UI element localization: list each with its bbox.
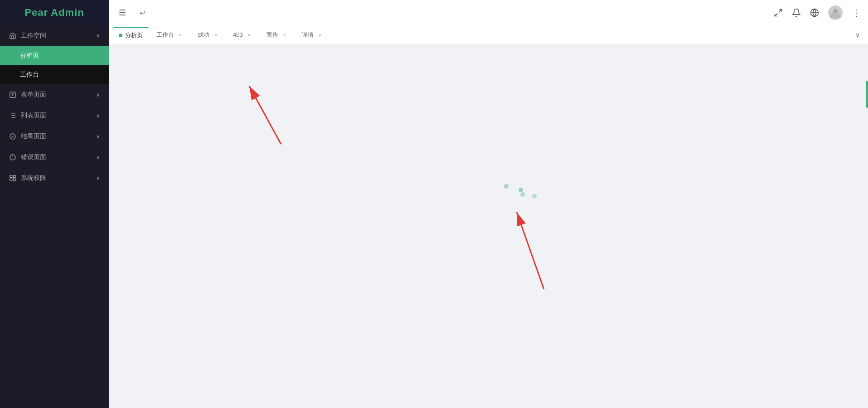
header-toolbar: ☰ ↩: [109, 0, 766, 25]
annotation-arrows: [109, 44, 868, 408]
tab-dot-analysis: [119, 34, 122, 37]
svg-rect-19: [10, 175, 12, 178]
main-layout: 工作空间 ∧ 分析页 工作台 表单页面 ∨: [0, 25, 868, 408]
error-chevron: ∨: [96, 155, 100, 160]
workspace-label: 工作空间: [21, 32, 46, 40]
svg-rect-21: [13, 179, 15, 181]
fullscreen-icon[interactable]: [774, 8, 783, 17]
tab-success[interactable]: 成功 ×: [191, 27, 226, 43]
sidebar: 工作空间 ∧ 分析页 工作台 表单页面 ∨: [0, 25, 109, 408]
tab-close-success[interactable]: ×: [212, 31, 219, 39]
tab-bar: 分析页 工作台 × 成功 × 403 × 警告 ×: [109, 25, 868, 44]
tab-close-detail[interactable]: ×: [316, 31, 324, 39]
sidebar-group-workspace[interactable]: 工作空间 ∧: [0, 25, 109, 46]
avatar[interactable]: [828, 5, 843, 20]
back-button[interactable]: ↩: [134, 5, 150, 21]
sidebar-item-analysis[interactable]: 分析页: [0, 46, 109, 65]
workspace-chevron: ∧: [96, 33, 100, 39]
tab-403[interactable]: 403 ×: [227, 27, 259, 43]
form-icon: [9, 91, 16, 98]
tab-close-403[interactable]: ×: [246, 31, 253, 39]
loading-indicator: [508, 189, 534, 194]
header-right: ⋮: [766, 0, 868, 25]
loading-dot-2: [519, 188, 523, 192]
logo-area: Pear Admin: [0, 0, 109, 25]
result-chevron: ∨: [96, 134, 100, 140]
globe-icon[interactable]: [810, 8, 819, 17]
tab-analysis[interactable]: 分析页: [112, 27, 149, 43]
svg-rect-22: [10, 179, 12, 181]
more-options-icon[interactable]: ⋮: [852, 7, 861, 18]
notification-icon[interactable]: [792, 8, 801, 17]
sidebar-item-workbench[interactable]: 工作台: [0, 65, 109, 84]
error-icon: [9, 154, 16, 161]
tab-dropdown-button[interactable]: ∨: [851, 31, 864, 39]
form-chevron: ∨: [96, 92, 100, 98]
list-chevron: ∨: [96, 113, 100, 119]
svg-line-0: [779, 10, 782, 12]
sidebar-group-result[interactable]: 结果页面 ∨: [0, 126, 109, 147]
menu-toggle-button[interactable]: ☰: [114, 5, 131, 21]
system-chevron: ∨: [96, 175, 100, 181]
svg-line-26: [517, 212, 544, 289]
tab-detail[interactable]: 详情 ×: [296, 27, 330, 43]
sidebar-group-error[interactable]: 错误页面 ∨: [0, 147, 109, 168]
tab-close-workbench[interactable]: ×: [177, 31, 184, 39]
tab-workbench[interactable]: 工作台 ×: [150, 27, 190, 43]
loading-dot-1: [504, 184, 509, 189]
page-content: [109, 44, 868, 408]
sidebar-group-system[interactable]: 系统权限 ∨: [0, 168, 109, 189]
loading-dot-3: [520, 192, 525, 197]
svg-line-1: [775, 14, 778, 16]
tab-close-warning[interactable]: ×: [281, 31, 288, 39]
system-icon: [9, 175, 16, 182]
content-area: 分析页 工作台 × 成功 × 403 × 警告 ×: [109, 25, 868, 408]
scrollbar-indicator[interactable]: [866, 81, 868, 108]
svg-rect-20: [13, 175, 15, 178]
svg-line-25: [249, 86, 281, 144]
home-icon: [9, 32, 16, 39]
app-title: Pear Admin: [24, 7, 84, 19]
list-icon: [9, 112, 16, 119]
sidebar-group-list[interactable]: 列表页面 ∨: [0, 105, 109, 126]
loading-dot-4: [532, 194, 537, 199]
result-icon: [9, 133, 16, 140]
sidebar-group-form[interactable]: 表单页面 ∨: [0, 84, 109, 105]
tab-warning[interactable]: 警告 ×: [260, 27, 295, 43]
